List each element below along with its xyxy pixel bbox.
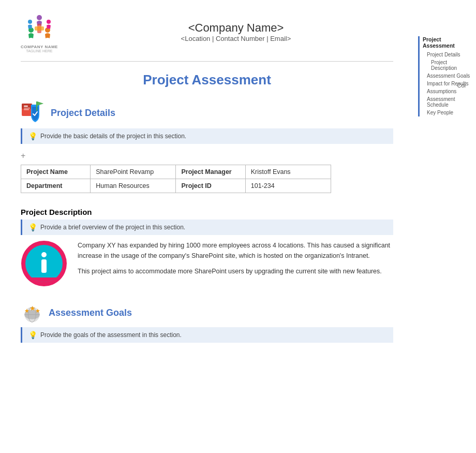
table-cell-label: Project ID xyxy=(176,179,245,193)
page-header: COMPANY NAME TAGLINE HERE <Company Name>… xyxy=(21,10,393,62)
table-cell-value: Kristoff Evans xyxy=(245,165,331,179)
assessment-goals-icon: ★ ★ ★ xyxy=(21,301,43,324)
hint-icon: 💡 xyxy=(28,132,37,140)
info-icon xyxy=(21,240,67,287)
page-title: Project Assessment xyxy=(21,72,393,88)
table-row: Project Name SharePoint Revamp Project M… xyxy=(21,165,331,179)
svg-point-18 xyxy=(41,252,47,257)
company-details: <Location | Contact Number | Email> xyxy=(79,35,393,42)
svg-text:★: ★ xyxy=(24,308,29,314)
section-assessment-goals-title: Assessment Goals xyxy=(49,308,132,318)
company-info: <Company Name> <Location | Contact Numbe… xyxy=(79,21,393,42)
hint-icon: 💡 xyxy=(28,223,37,231)
description-content: Company XY has expanded by hiring 1000 m… xyxy=(21,240,393,287)
description-text: Company XY has expanded by hiring 1000 m… xyxy=(78,240,393,276)
company-logo xyxy=(23,10,56,43)
sidebar-item-assessment-goals[interactable]: Assessment Goals xyxy=(423,72,471,80)
sidebar-item-key-people[interactable]: Key People xyxy=(423,109,471,116)
svg-rect-7 xyxy=(35,26,44,31)
table-cell-value: Human Resources xyxy=(91,179,176,193)
table-cell-value: 101-234 xyxy=(245,179,331,193)
svg-rect-11 xyxy=(24,108,30,109)
svg-rect-10 xyxy=(24,106,28,107)
section-project-description-title: Project Description xyxy=(21,208,92,216)
logo-company-name: COMPANY NAME xyxy=(21,45,58,49)
sidebar-item-assumptions[interactable]: Assumptions xyxy=(423,87,471,95)
section-assessment-goals: ★ ★ ★ Assessment Goals 💡 Provide the goa… xyxy=(21,301,393,343)
svg-point-4 xyxy=(28,20,32,24)
section-project-details: Project Details 💡 Provide the basic deta… xyxy=(21,100,393,193)
sidebar-item-assessment-schedule[interactable]: Assessment Schedule xyxy=(423,95,471,109)
project-details-table: Project Name SharePoint Revamp Project M… xyxy=(21,165,331,193)
table-cell-label: Department xyxy=(21,179,91,193)
sidebar-title: Project Assessment xyxy=(423,36,471,49)
section-project-details-header: Project Details xyxy=(21,100,393,125)
add-row-button[interactable]: + xyxy=(21,151,25,160)
sidebar-item-project-description[interactable]: Project Description xyxy=(423,59,471,72)
svg-marker-15 xyxy=(37,101,43,106)
section-project-description-header: Project Description xyxy=(21,208,393,216)
svg-rect-12 xyxy=(24,109,29,110)
project-details-icon xyxy=(21,100,46,125)
company-name: <Company Name> xyxy=(79,21,393,35)
section-assessment-goals-header: ★ ★ ★ Assessment Goals xyxy=(21,301,393,324)
logo-tagline: TAGLINE HERE xyxy=(26,49,53,53)
svg-rect-13 xyxy=(36,101,37,111)
table-row: Department Human Resources Project ID 10… xyxy=(21,179,331,193)
table-cell-value: SharePoint Revamp xyxy=(91,165,176,179)
section-project-details-title: Project Details xyxy=(51,108,115,119)
svg-point-1 xyxy=(37,15,42,20)
assessment-goals-hint: 💡 Provide the goals of the assessment in… xyxy=(21,327,393,343)
hint-icon: 💡 xyxy=(28,331,37,339)
section-project-description: Project Description 💡 Provide a brief ov… xyxy=(21,208,393,287)
svg-rect-19 xyxy=(41,259,47,273)
col-label: Col xyxy=(457,82,466,89)
desc-paragraph-1: Company XY has expanded by hiring 1000 m… xyxy=(78,240,393,261)
table-cell-label: Project Name xyxy=(21,165,91,179)
svg-text:★: ★ xyxy=(35,308,40,314)
table-cell-label: Project Manager xyxy=(176,165,245,179)
desc-paragraph-2: This project aims to accommodate more Sh… xyxy=(78,266,393,276)
svg-point-5 xyxy=(47,20,51,24)
logo-area: COMPANY NAME TAGLINE HERE xyxy=(21,10,58,53)
project-details-hint: 💡 Provide the basic details of the proje… xyxy=(21,128,393,144)
project-description-hint: 💡 Provide a brief overview of the projec… xyxy=(21,220,393,235)
sidebar: Project Assessment Project Details Proje… xyxy=(414,0,476,453)
sidebar-item-project-details[interactable]: Project Details xyxy=(423,51,471,59)
